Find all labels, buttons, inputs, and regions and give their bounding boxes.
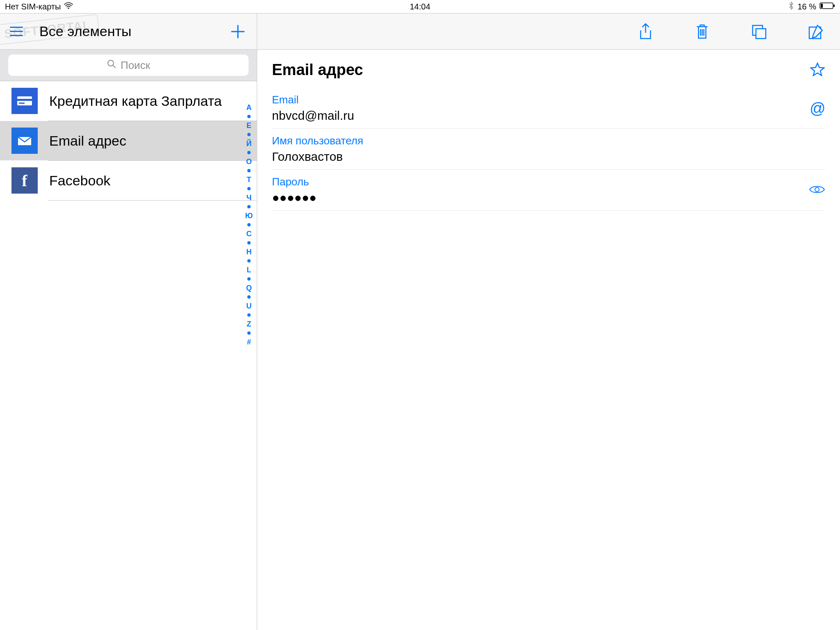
- index-letter[interactable]: А: [247, 104, 252, 111]
- search-icon: [107, 59, 116, 72]
- field-label: Пароль: [272, 176, 825, 188]
- add-button[interactable]: [229, 23, 247, 41]
- index-letter[interactable]: Ч: [247, 194, 252, 201]
- svg-rect-7: [19, 103, 25, 104]
- list-item-email[interactable]: Email адрес: [0, 121, 257, 160]
- index-letter[interactable]: #: [247, 338, 251, 346]
- list-item-label: Кредитная карта Запрлата: [49, 93, 222, 109]
- index-letter[interactable]: L: [247, 266, 251, 274]
- detail-toolbar: [257, 14, 840, 50]
- field-password[interactable]: Пароль ●●●●●●: [272, 170, 825, 211]
- index-letter[interactable]: О: [246, 158, 252, 165]
- clock: 14:04: [410, 2, 430, 11]
- search-row: Поиск: [0, 50, 257, 81]
- mail-icon: [11, 128, 38, 154]
- battery-icon: [819, 2, 835, 11]
- field-value: Голохвастов: [272, 150, 825, 164]
- share-button[interactable]: [636, 22, 655, 41]
- field-value: nbvcd@mail.ru: [272, 109, 825, 123]
- list-item-facebook[interactable]: f Facebook: [0, 161, 257, 200]
- index-letter[interactable]: Т: [247, 176, 251, 183]
- svg-rect-10: [756, 29, 766, 39]
- index-letter[interactable]: Й: [247, 140, 252, 147]
- field-label: Email: [272, 94, 825, 106]
- svg-rect-2: [833, 5, 835, 7]
- menu-button[interactable]: [10, 23, 28, 41]
- index-letter[interactable]: Q: [246, 284, 252, 292]
- field-label: Имя пользователя: [272, 135, 825, 147]
- facebook-icon: f: [11, 167, 38, 194]
- copy-button[interactable]: [749, 22, 769, 41]
- battery-percent: 16 %: [797, 2, 816, 11]
- index-letter[interactable]: Е: [247, 122, 251, 129]
- credit-card-icon: [11, 88, 38, 114]
- sidebar: SOFTPORTAL Все элементы Поиск: [0, 14, 257, 630]
- field-email[interactable]: Email nbvcd@mail.ru @: [272, 88, 825, 129]
- index-letter[interactable]: H: [247, 248, 252, 256]
- index-letter[interactable]: Ю: [245, 212, 253, 219]
- svg-point-12: [815, 187, 819, 192]
- index-letter[interactable]: C: [247, 230, 252, 237]
- at-icon: @: [809, 99, 825, 117]
- index-letter[interactable]: Z: [247, 320, 251, 328]
- svg-rect-6: [17, 99, 32, 101]
- list-item-credit-card[interactable]: Кредитная карта Запрлата: [0, 81, 257, 121]
- favorite-button[interactable]: [810, 62, 825, 79]
- field-username[interactable]: Имя пользователя Голохвастов: [272, 129, 825, 170]
- compose-button[interactable]: [806, 22, 825, 41]
- search-input[interactable]: Поиск: [8, 55, 249, 76]
- svg-point-0: [68, 7, 69, 9]
- status-bar: Нет SIM-карты 14:04 16 %: [0, 0, 840, 13]
- field-value: ●●●●●●: [272, 191, 825, 205]
- item-list: Кредитная карта Запрлата Email адрес f F…: [0, 81, 257, 630]
- wifi-icon: [64, 2, 73, 11]
- search-placeholder: Поиск: [121, 59, 150, 72]
- detail-title: Email адрес: [272, 61, 363, 79]
- sidebar-title: Все элементы: [39, 23, 229, 39]
- svg-rect-3: [821, 4, 823, 8]
- detail-pane: Email адрес Email nbvcd@mail.ru @ Имя по…: [257, 14, 840, 630]
- reveal-password-button[interactable]: [809, 184, 825, 196]
- list-item-label: Facebook: [49, 173, 110, 189]
- carrier-text: Нет SIM-карты: [5, 2, 61, 11]
- trash-button[interactable]: [692, 22, 712, 41]
- section-index[interactable]: А Е Й О Т Ч Ю C H L Q U Z #: [243, 104, 255, 626]
- list-item-label: Email адрес: [49, 133, 126, 149]
- index-letter[interactable]: U: [247, 302, 252, 310]
- bluetooth-icon: [788, 1, 794, 12]
